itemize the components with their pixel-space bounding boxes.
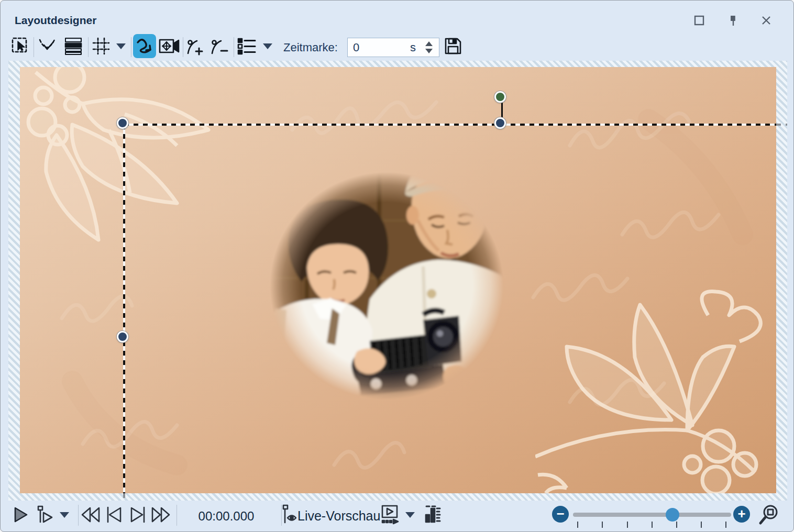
middle-left-handle[interactable]: [117, 331, 128, 342]
curve-tool-icon: [135, 36, 155, 56]
zoom-slider[interactable]: [573, 513, 731, 517]
next-frame-icon: [128, 505, 148, 524]
zoom-in-button[interactable]: +: [733, 506, 750, 523]
preview-window-button[interactable]: [378, 503, 401, 527]
zeitmarke-spinner[interactable]: [421, 38, 437, 57]
titlebar: Layoutdesigner: [1, 1, 793, 33]
photo-father-son[interactable]: [239, 142, 535, 430]
skip-forward-button[interactable]: [149, 503, 172, 527]
zoom-fit-icon: [757, 504, 779, 526]
layoutdesigner-window: Layoutdesigner: [0, 0, 794, 532]
layers-button[interactable]: [62, 34, 85, 58]
grid-icon: [91, 37, 111, 56]
zoom-slider-thumb[interactable]: [666, 508, 679, 522]
select-tool-button[interactable]: [9, 34, 32, 58]
remove-point-button[interactable]: [208, 34, 231, 58]
play-icon: [11, 505, 30, 524]
preview-options-dropdown[interactable]: [401, 503, 420, 527]
chevron-down-icon: [263, 43, 272, 49]
skip-back-button[interactable]: [79, 503, 102, 527]
zoom-fit-button[interactable]: [757, 503, 780, 527]
top-left-handle[interactable]: [117, 117, 128, 129]
keyframe-list-button[interactable]: [235, 34, 258, 58]
live-preview-label[interactable]: Live-Vorschau: [297, 508, 380, 524]
pin-button[interactable]: [723, 11, 744, 30]
play-button[interactable]: [9, 503, 32, 527]
ornament-bottom-right: [535, 284, 776, 493]
play-options-dropdown[interactable]: [55, 503, 74, 527]
play-from-marker-button[interactable]: [33, 503, 56, 527]
photo-illustration: [239, 142, 535, 430]
zeitmarke-input[interactable]: [348, 41, 400, 54]
play-from-marker-icon: [34, 504, 55, 525]
spinner-up-icon[interactable]: [425, 41, 433, 46]
camera-pan-icon: [158, 37, 180, 56]
save-button[interactable]: [442, 34, 465, 58]
chevron-down-icon: [116, 43, 126, 49]
timeline-stats-icon: [422, 504, 442, 525]
chevron-down-icon: [60, 512, 69, 518]
chevron-down-icon: [405, 512, 415, 518]
next-frame-button[interactable]: [126, 503, 149, 527]
live-preview-icon: [277, 504, 298, 526]
maximize-icon: [693, 15, 705, 26]
pin-icon: [727, 14, 739, 27]
maximize-button[interactable]: [689, 11, 710, 30]
spinner-down-icon[interactable]: [425, 49, 433, 53]
zeitmarke-label: Zeitmarke:: [283, 41, 338, 54]
top-center-handle[interactable]: [494, 117, 506, 129]
live-preview-toggle[interactable]: [276, 503, 299, 527]
zoom-out-button[interactable]: −: [552, 506, 569, 523]
curve-tool-button[interactable]: [133, 34, 156, 58]
skip-back-icon: [80, 505, 102, 524]
close-button[interactable]: [756, 11, 777, 30]
curve-select-button[interactable]: [36, 34, 59, 58]
prev-frame-icon: [104, 505, 124, 524]
grid-dropdown-button[interactable]: [112, 34, 130, 58]
toolbar: Zeitmarke: s: [1, 33, 793, 61]
prev-frame-button[interactable]: [103, 503, 126, 527]
ornament-top-left: [20, 67, 245, 245]
remove-point-icon: [209, 37, 230, 56]
preview-window-icon: [378, 504, 400, 526]
keyframe-list-dropdown-button[interactable]: [258, 34, 277, 58]
canvas-stage[interactable]: [8, 61, 787, 501]
time-display: 00:00.000: [192, 509, 260, 524]
camera-pan-button[interactable]: [158, 34, 181, 58]
zeitmarke-unit: s: [410, 41, 416, 54]
rotate-handle[interactable]: [494, 91, 506, 103]
add-point-button[interactable]: [184, 34, 207, 58]
selection-left-edge[interactable]: [123, 125, 125, 493]
select-tool-icon: [11, 37, 30, 56]
zeitmarke-field: s: [347, 38, 439, 57]
window-title: Layoutdesigner: [15, 14, 96, 27]
layers-icon: [63, 37, 83, 56]
close-icon: [760, 15, 772, 26]
grid-button[interactable]: [90, 34, 113, 58]
add-point-icon: [185, 37, 206, 56]
layout-canvas[interactable]: [20, 67, 776, 493]
save-icon: [443, 36, 463, 56]
playback-bar: 00:00.000 Live-Vorschau: [1, 500, 793, 531]
selection-top-edge[interactable]: [124, 124, 776, 126]
selection-top-edge-ext: [776, 124, 787, 126]
keyframe-list-icon: [236, 37, 257, 56]
skip-forward-icon: [150, 505, 172, 524]
timeline-stats-button[interactable]: [421, 503, 444, 527]
curve-select-icon: [38, 37, 58, 55]
